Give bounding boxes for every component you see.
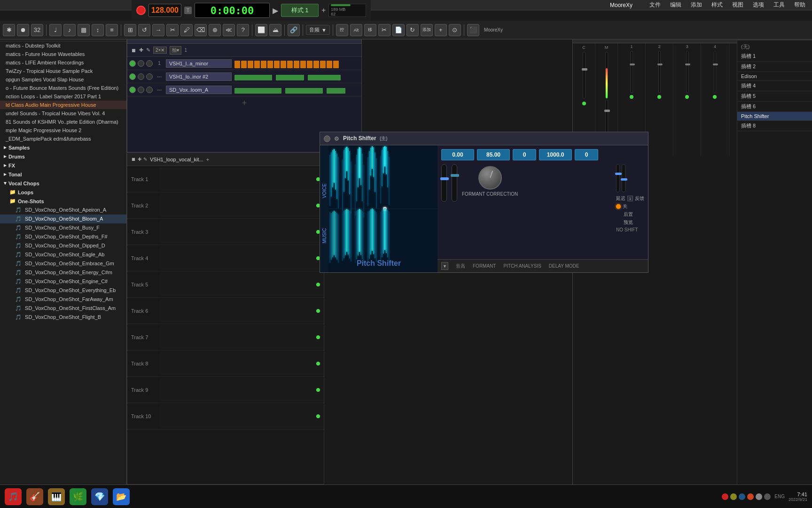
channel-name-2[interactable]: VSH1_lo..inor #2 bbox=[166, 72, 232, 81]
mixer-m-handle[interactable] bbox=[604, 110, 610, 112]
tool-alt[interactable]: Alt bbox=[350, 24, 362, 36]
pitch-bottom-label-3[interactable]: DELAY MODE bbox=[549, 263, 579, 269]
tool-plus[interactable]: + bbox=[435, 24, 447, 36]
tool-speaker[interactable]: ⬛ bbox=[467, 24, 479, 36]
formant-slider[interactable] bbox=[452, 164, 457, 202]
track-grid-10[interactable] bbox=[159, 405, 324, 428]
tray-icon-3[interactable] bbox=[739, 493, 745, 500]
pattern-display[interactable]: 样式 1 bbox=[281, 4, 319, 17]
mixer-ch1-handle[interactable] bbox=[630, 64, 635, 65]
channel-name-3[interactable]: SD_Vox..loom_A bbox=[166, 86, 232, 94]
mixer-c-handle[interactable] bbox=[582, 68, 587, 71]
sidebar-item-dubstep[interactable]: matics - Dubstep Toolkit bbox=[0, 41, 126, 50]
delay-slider-1-handle[interactable] bbox=[615, 173, 622, 175]
taskbar-blue[interactable]: 💎 bbox=[91, 488, 108, 505]
pitch-slider-handle[interactable] bbox=[440, 177, 449, 180]
effect-slot-1[interactable]: 插槽 1 bbox=[737, 51, 812, 62]
sidebar-item-id-class[interactable]: ld Class Audio Main Progressive House bbox=[0, 101, 126, 109]
mixer-ch3-handle[interactable] bbox=[685, 64, 690, 65]
channel-mute-1[interactable] bbox=[138, 60, 144, 67]
oneshot-embrace[interactable]: 🎵 SD_VoxChop_OneShot_Embrace_Gm bbox=[0, 259, 126, 268]
taskbar-explorer[interactable]: 📂 bbox=[113, 488, 130, 505]
param5-box[interactable]: 0 bbox=[575, 149, 598, 160]
mixer-ch3-fader[interactable] bbox=[686, 51, 688, 93]
track-grid-5[interactable] bbox=[159, 273, 324, 296]
seq-add-pattern[interactable]: + bbox=[206, 157, 209, 162]
delay-info[interactable]: 1 bbox=[627, 196, 633, 201]
track-grid-9[interactable] bbox=[159, 378, 324, 402]
bpm-tap[interactable]: T bbox=[184, 7, 192, 14]
tool-cut2[interactable]: ✂ bbox=[378, 24, 390, 36]
pitch-bottom-label-1[interactable]: FORMANT bbox=[473, 263, 496, 269]
tray-icon-5[interactable] bbox=[756, 493, 762, 500]
channel-solo-2[interactable] bbox=[146, 73, 153, 80]
step-seq-zoom[interactable]: 2×✕ bbox=[153, 47, 167, 54]
track-grid-3[interactable] bbox=[159, 220, 324, 244]
taskbar-fl-studio[interactable]: 🎵 bbox=[5, 488, 22, 505]
channel-mute-2[interactable] bbox=[138, 73, 144, 80]
tool-add-label[interactable]: 添加 bbox=[421, 24, 433, 36]
taskbar-browser[interactable]: 🎸 bbox=[26, 488, 43, 505]
bpm-display[interactable]: 128.000 bbox=[148, 4, 181, 17]
tool-help[interactable]: ? bbox=[237, 24, 249, 36]
sidebar-folder-tonal[interactable]: ▸ Tonal bbox=[0, 170, 126, 179]
channel-mute-3[interactable] bbox=[138, 87, 144, 93]
play-button[interactable]: ▶ bbox=[273, 6, 278, 15]
tool-snap[interactable]: ⊞ bbox=[124, 24, 136, 36]
tool-mute[interactable]: ⊕ bbox=[209, 24, 221, 36]
delay-slider-1[interactable] bbox=[616, 164, 620, 192]
oneshot-bloom[interactable]: 🎵 SD_VoxChop_OneShot_Bloom_A bbox=[0, 214, 126, 223]
tool-slice[interactable]: ↕ bbox=[92, 24, 104, 36]
step-seq-record[interactable]: 拍▾ bbox=[170, 46, 181, 55]
sidebar-item-function[interactable]: nction Loops - Label Sampler 2017 Part 1 bbox=[0, 92, 126, 101]
tool-paint[interactable]: 🖊 bbox=[180, 24, 193, 36]
oneshot-faraway[interactable]: 🎵 SD_VoxChop_OneShot_FarAway_Am bbox=[0, 295, 126, 304]
record-button[interactable] bbox=[136, 6, 146, 15]
pitch-shifter-power[interactable] bbox=[324, 135, 330, 142]
effect-pitch-shifter[interactable]: Pitch Shifter bbox=[737, 112, 812, 121]
step-seq-stop[interactable]: ⏹ bbox=[131, 48, 136, 53]
menu-style[interactable]: 样式 bbox=[710, 1, 725, 9]
track-grid-1[interactable] bbox=[159, 167, 324, 191]
menu-tools[interactable]: 工具 bbox=[772, 1, 787, 9]
menu-view[interactable]: 视图 bbox=[730, 1, 745, 9]
track-grid-7[interactable] bbox=[159, 325, 324, 349]
mixer-ch2-handle[interactable] bbox=[657, 64, 663, 65]
add-channel-button[interactable]: + bbox=[127, 96, 361, 110]
seq-stop[interactable]: ⏹ bbox=[131, 157, 136, 162]
oneshot-engine[interactable]: 🎵 SD_VoxChop_OneShot_Engine_C# bbox=[0, 277, 126, 286]
step-seq-edit[interactable]: ✎ bbox=[146, 47, 150, 53]
oneshot-everything[interactable]: 🎵 SD_VoxChop_OneShot_Everything_Eb bbox=[0, 286, 126, 295]
channel-led-2[interactable] bbox=[129, 73, 136, 80]
effect-slot-4[interactable]: 插槽 4 bbox=[737, 81, 812, 91]
tool-note[interactable]: ♪ bbox=[63, 24, 76, 36]
tool-link[interactable]: 🔗 bbox=[288, 24, 300, 36]
tool-sample[interactable]: ⊙ bbox=[449, 24, 461, 36]
menu-add[interactable]: 添加 bbox=[689, 1, 704, 9]
step-seq-add[interactable]: ✚ bbox=[139, 47, 143, 53]
oneshot-busy[interactable]: 🎵 SD_VoxChop_OneShot_Busy_F bbox=[0, 223, 126, 232]
menu-edit[interactable]: 编辑 bbox=[668, 1, 683, 9]
sidebar-folder-one-shots[interactable]: 📁 One-Shots bbox=[0, 197, 126, 206]
tool-stutter[interactable]: ≡ bbox=[106, 24, 118, 36]
tool-magnet[interactable]: ✱ bbox=[3, 24, 15, 36]
sidebar-item-kshmr[interactable]: 81 Sounds of KSHMR Vo..plete Edition (Dh… bbox=[0, 118, 126, 126]
channel-solo-1[interactable] bbox=[146, 60, 153, 67]
effect-edison[interactable]: Edison bbox=[737, 72, 812, 81]
channel-name-1[interactable]: VSH1_l..a_minor bbox=[166, 59, 232, 68]
formant-correction-knob[interactable] bbox=[478, 166, 502, 190]
oneshot-flight[interactable]: 🎵 SD_VoxChop_OneShot_Flight_B bbox=[0, 313, 126, 322]
mixer-ch4-fader[interactable] bbox=[714, 51, 716, 93]
sidebar-item-sample-magic[interactable]: mple Magic Progressive House 2 bbox=[0, 126, 126, 135]
mixer-c-fader[interactable] bbox=[583, 52, 586, 99]
channel-led-3[interactable] bbox=[129, 87, 136, 93]
taskbar-plugin[interactable]: 🎹 bbox=[48, 488, 65, 505]
oneshot-apeiron[interactable]: 🎵 SD_VoxChop_OneShot_Apeiron_A bbox=[0, 206, 126, 214]
delay-slider-2[interactable] bbox=[622, 164, 625, 192]
pattern-add[interactable]: + bbox=[321, 6, 326, 15]
delay-slider-2-handle[interactable] bbox=[621, 178, 627, 181]
menu-help[interactable]: 帮助 bbox=[792, 1, 807, 9]
tool-erase[interactable]: ⌫ bbox=[195, 24, 207, 36]
tool-ctrl[interactable]: 控 bbox=[336, 24, 348, 36]
tray-icon-6[interactable] bbox=[764, 493, 771, 500]
